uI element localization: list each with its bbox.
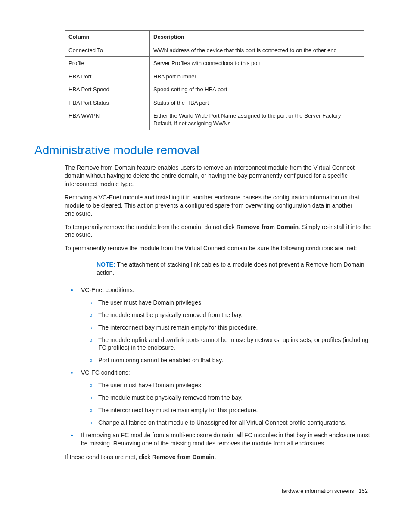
paragraph: To temporarily remove the module from th…: [65, 223, 372, 240]
list-item-label: VC-FC conditions:: [81, 369, 130, 376]
paragraph: To permanently remove the module from th…: [65, 244, 372, 252]
sub-list-item: Port monitoring cannot be enabled on tha…: [89, 356, 372, 364]
list-item-label: VC-Enet conditions:: [81, 286, 134, 293]
table-cell: Status of the HBA port: [150, 96, 364, 109]
sub-list-item: Change all fabrics on that module to Una…: [89, 419, 372, 427]
conditions-list: VC-Enet conditions: The user must have D…: [39, 286, 372, 447]
bold-text: Remove from Domain: [236, 224, 299, 230]
table-cell: HBA WWPN: [65, 109, 150, 130]
table-row: ProfileServer Profiles with connections …: [65, 57, 364, 70]
footer-page-number: 152: [358, 488, 368, 494]
list-item-text: If removing an FC module from a multi-en…: [81, 432, 370, 447]
sub-list-fc: The user must have Domain privileges.The…: [81, 381, 372, 427]
table-row: Connected ToWWN address of the device th…: [65, 44, 364, 57]
text-run: .: [215, 454, 216, 460]
list-item: VC-FC conditions: The user must have Dom…: [69, 369, 372, 426]
sub-list-item: The interconnect bay must remain empty f…: [89, 324, 372, 332]
paragraph: The Remove from Domain feature enables u…: [65, 164, 372, 188]
list-item: If removing an FC module from a multi-en…: [69, 431, 372, 448]
paragraph: If these conditions are met, click Remov…: [65, 453, 372, 461]
table-cell: Either the World Wide Port Name assigned…: [150, 109, 364, 130]
note-block: NOTE: The attachment of stacking link ca…: [95, 258, 372, 280]
sub-list-item: The module uplink and downlink ports can…: [89, 336, 372, 352]
table-cell: Connected To: [65, 44, 150, 57]
sub-list-enet: The user must have Domain privileges.The…: [81, 299, 372, 364]
table-body: Connected ToWWN address of the device th…: [65, 44, 364, 130]
table-header-description: Description: [150, 31, 364, 44]
page-footer: Hardware information screens 152: [39, 487, 372, 495]
sub-list-item: The module must be physically removed fr…: [89, 394, 372, 402]
note-label: NOTE:: [97, 261, 115, 268]
table-row: HBA WWPNEither the World Wide Port Name …: [65, 109, 364, 130]
definitions-table: Column Description Connected ToWWN addre…: [65, 30, 364, 130]
footer-section: Hardware information screens: [279, 488, 354, 494]
table-row: HBA Port SpeedSpeed setting of the HBA p…: [65, 83, 364, 96]
note-text: The attachment of stacking link cables t…: [97, 261, 364, 276]
table-cell: HBA Port: [65, 70, 150, 83]
sub-list-item: The module must be physically removed fr…: [89, 311, 372, 319]
table-cell: Server Profiles with connections to this…: [150, 57, 364, 70]
text-run: To temporarily remove the module from th…: [65, 224, 236, 230]
sub-list-item: The interconnect bay must remain empty f…: [89, 406, 372, 414]
table-cell: HBA port number: [150, 70, 364, 83]
table-cell: HBA Port Status: [65, 96, 150, 109]
table-cell: WWN address of the device that this port…: [150, 44, 364, 57]
sub-list-item: The user must have Domain privileges.: [89, 299, 372, 307]
table-cell: Profile: [65, 57, 150, 70]
table-row: HBA PortHBA port number: [65, 70, 364, 83]
bold-text: Remove from Domain: [152, 454, 215, 460]
paragraph: Removing a VC-Enet module and installing…: [65, 193, 372, 218]
table-row: HBA Port StatusStatus of the HBA port: [65, 96, 364, 109]
sub-list-item: The user must have Domain privileges.: [89, 381, 372, 389]
table-header-column: Column: [65, 31, 150, 44]
section-heading: Administrative module removal: [34, 142, 372, 159]
table-cell: Speed setting of the HBA port: [150, 83, 364, 96]
list-item: VC-Enet conditions: The user must have D…: [69, 286, 372, 364]
text-run: If these conditions are met, click: [65, 454, 152, 460]
table-cell: HBA Port Speed: [65, 83, 150, 96]
